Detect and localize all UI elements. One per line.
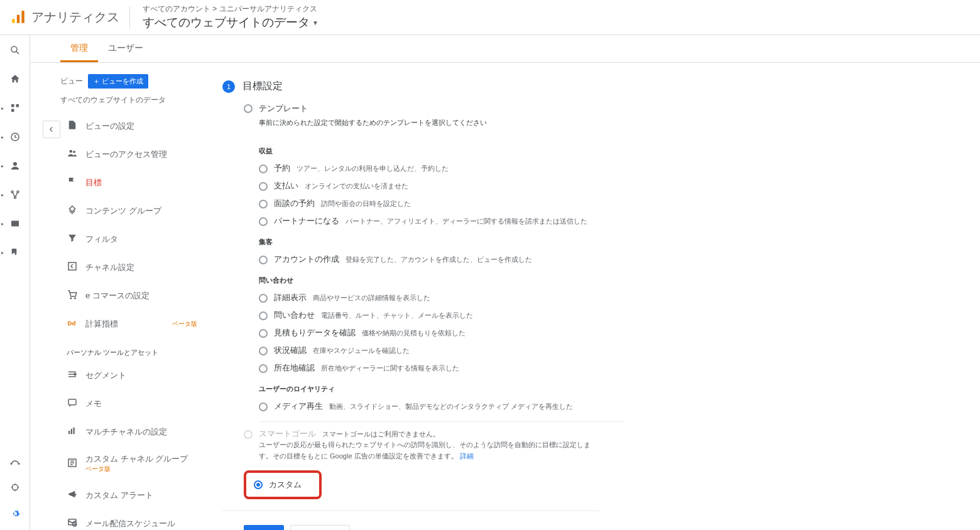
template-item-radio[interactable] bbox=[259, 347, 268, 355]
sidebar-item-content[interactable]: コンテンツ グループ bbox=[60, 197, 204, 225]
view-sidebar: ビュー ＋ ビューを作成 すべてのウェブサイトのデータ ビューの設定ビューのアク… bbox=[60, 63, 204, 530]
audience-icon[interactable]: ▸ bbox=[0, 157, 30, 175]
template-item-radio[interactable] bbox=[259, 294, 268, 303]
svg-point-9 bbox=[13, 162, 17, 166]
account-selector[interactable]: すべてのアカウント > ユニバーサルアナリティクス すべてのウェブサイトのデータ… bbox=[143, 4, 318, 31]
smart-goal-option: スマートゴール スマートゴールはご利用できません。 ユーザーの反応が最も得られた… bbox=[244, 428, 624, 462]
sidebar-item-schedule[interactable]: メール配信スケジュール bbox=[60, 509, 204, 530]
template-radio[interactable] bbox=[244, 104, 253, 113]
svg-point-12 bbox=[14, 197, 16, 198]
logo-box[interactable]: アナリティクス bbox=[10, 6, 130, 29]
sidebar-item-settings[interactable]: ビューの設定 bbox=[60, 112, 204, 140]
sidebar-item-label: フィルタ bbox=[85, 234, 197, 245]
template-item-radio[interactable] bbox=[259, 403, 268, 411]
template-item[interactable]: 見積もりデータを確認価格や納期の見積もりを依頼した bbox=[259, 324, 624, 342]
template-item[interactable]: 予約ツアー、レンタルの利用を申し込んだ、予約した bbox=[259, 160, 624, 177]
cart-icon bbox=[67, 289, 78, 302]
sidebar-item-segment[interactable]: セグメント bbox=[60, 361, 204, 389]
step-1-header: 1 目標設定 bbox=[222, 80, 624, 93]
svg-rect-1 bbox=[17, 14, 19, 23]
conversions-icon[interactable]: ▸ bbox=[0, 244, 30, 261]
acquisition-icon[interactable]: ▸ bbox=[0, 186, 30, 203]
customch-icon bbox=[67, 457, 78, 470]
template-item-radio[interactable] bbox=[259, 200, 268, 208]
svg-point-17 bbox=[70, 150, 73, 153]
admin-icon[interactable] bbox=[0, 505, 30, 522]
analytics-logo-icon bbox=[10, 9, 26, 26]
template-item-radio[interactable] bbox=[259, 217, 268, 226]
svg-rect-6 bbox=[16, 104, 19, 107]
sidebar-item-filter[interactable]: フィルタ bbox=[60, 225, 204, 253]
sidebar-item-customch[interactable]: カスタム チャネル グループベータ版 bbox=[60, 446, 204, 481]
svg-rect-0 bbox=[12, 19, 14, 23]
template-item[interactable]: 支払いオンラインでの支払いを済ませた bbox=[259, 177, 624, 195]
template-item-radio[interactable] bbox=[259, 182, 268, 191]
template-item[interactable]: 状況確認在庫やスケジュールを確認した bbox=[259, 342, 624, 359]
current-view-name[interactable]: すべてのウェブサイトのデータ bbox=[60, 94, 204, 112]
template-item-name: アカウントの作成 bbox=[274, 254, 339, 265]
logo-text: アナリティクス bbox=[31, 9, 119, 26]
breadcrumb: すべてのアカウント > ユニバーサルアナリティクス bbox=[143, 4, 318, 14]
template-item[interactable]: 面談の予約訪問や面会の日時を設定した bbox=[259, 195, 624, 212]
tab-admin[interactable]: 管理 bbox=[60, 43, 98, 62]
alert-icon bbox=[67, 489, 78, 502]
custom-option-highlight: カスタム bbox=[244, 470, 322, 499]
smart-goal-desc-text: ユーザーの反応が最も得られたウェブサイトへの訪問を識別し、そのような訪問を自動的… bbox=[259, 441, 591, 460]
svg-point-21 bbox=[75, 298, 76, 299]
svg-line-4 bbox=[16, 51, 19, 54]
sidebar-item-label: 目標 bbox=[85, 177, 197, 188]
custom-radio[interactable] bbox=[254, 480, 263, 489]
continue-button[interactable]: 続行 bbox=[244, 525, 284, 530]
sidebar-item-note[interactable]: メモ bbox=[60, 389, 204, 418]
create-view-button[interactable]: ＋ ビューを作成 bbox=[88, 74, 148, 89]
svg-rect-7 bbox=[11, 109, 14, 112]
attribution-icon[interactable] bbox=[0, 452, 30, 470]
template-item-desc: オンラインでの支払いを済ませた bbox=[305, 181, 408, 191]
schedule-icon bbox=[67, 517, 78, 530]
discover-icon[interactable] bbox=[0, 479, 30, 496]
tab-user[interactable]: ユーザー bbox=[98, 43, 153, 62]
sidebar-item-multi[interactable]: マルチチャネルの設定 bbox=[60, 418, 204, 446]
template-item[interactable]: 詳細表示商品やサービスの詳細情報を表示した bbox=[259, 289, 624, 306]
smart-goal-link[interactable]: 詳細 bbox=[460, 452, 474, 460]
template-item-radio[interactable] bbox=[259, 256, 268, 264]
caret-down-icon: ▼ bbox=[312, 19, 318, 26]
template-item-name: パートナーになる bbox=[274, 215, 339, 227]
sidebar-item-dd[interactable]: Dd計算指標ベータ版 bbox=[60, 310, 204, 338]
template-section-title: 問い合わせ bbox=[259, 268, 624, 289]
smart-goal-status: スマートゴールはご利用できません。 bbox=[322, 430, 440, 439]
template-item[interactable]: アカウントの作成登録を完了した、アカウントを作成した、ビューを作成した bbox=[259, 251, 624, 268]
step-1-number: 1 bbox=[222, 80, 235, 93]
template-option: テンプレート 事前に決められた設定で開始するためのテンプレートを選択してください bbox=[244, 100, 624, 132]
template-item-radio[interactable] bbox=[259, 364, 268, 373]
channel-icon bbox=[67, 261, 78, 274]
template-item-radio[interactable] bbox=[259, 329, 268, 338]
cancel-button[interactable]: キャンセル bbox=[290, 525, 350, 530]
back-button[interactable] bbox=[43, 121, 60, 138]
template-item[interactable]: 問い合わせ電話番号、ルート、チャット、メールを表示した bbox=[259, 306, 624, 324]
sidebar-item-cart[interactable]: e コマースの設定 bbox=[60, 281, 204, 310]
sidebar-item-flag[interactable]: 目標 bbox=[60, 168, 204, 197]
sidebar-item-label: ビューの設定 bbox=[85, 121, 197, 132]
template-section-title: ユーザーのロイヤリティ bbox=[259, 377, 624, 398]
sidebar-item-label: e コマースの設定 bbox=[85, 290, 197, 301]
sidebar-item-channel[interactable]: チャネル設定 bbox=[60, 253, 204, 281]
template-item[interactable]: 所在地確認所在地やディーラーに関する情報を表示した bbox=[259, 359, 624, 377]
home-icon[interactable] bbox=[0, 70, 30, 88]
template-item-radio[interactable] bbox=[259, 311, 268, 320]
template-item[interactable]: パートナーになるパートナー、アフィリエイト、ディーラーに関する情報を請求または送… bbox=[259, 212, 624, 230]
behavior-icon[interactable]: ▸ bbox=[0, 215, 30, 232]
smart-goal-radio bbox=[244, 430, 253, 439]
template-item-name: 状況確認 bbox=[274, 345, 307, 356]
view-label: ビュー bbox=[60, 76, 83, 87]
search-icon[interactable] bbox=[0, 41, 30, 59]
template-item-radio[interactable] bbox=[259, 165, 268, 173]
template-item[interactable]: メディア再生動画、スライドショー、製品デモなどのインタラクティブ メディアを再生… bbox=[259, 398, 624, 415]
svg-rect-13 bbox=[11, 221, 19, 227]
top-header: アナリティクス すべてのアカウント > ユニバーサルアナリティクス すべてのウェ… bbox=[0, 0, 980, 35]
sidebar-item-people[interactable]: ビューのアクセス管理 bbox=[60, 140, 204, 168]
svg-rect-28 bbox=[68, 431, 70, 434]
customization-icon[interactable]: ▸ bbox=[0, 99, 30, 117]
realtime-icon[interactable]: ▸ bbox=[0, 128, 30, 146]
sidebar-item-alert[interactable]: カスタム アラート bbox=[60, 481, 204, 509]
